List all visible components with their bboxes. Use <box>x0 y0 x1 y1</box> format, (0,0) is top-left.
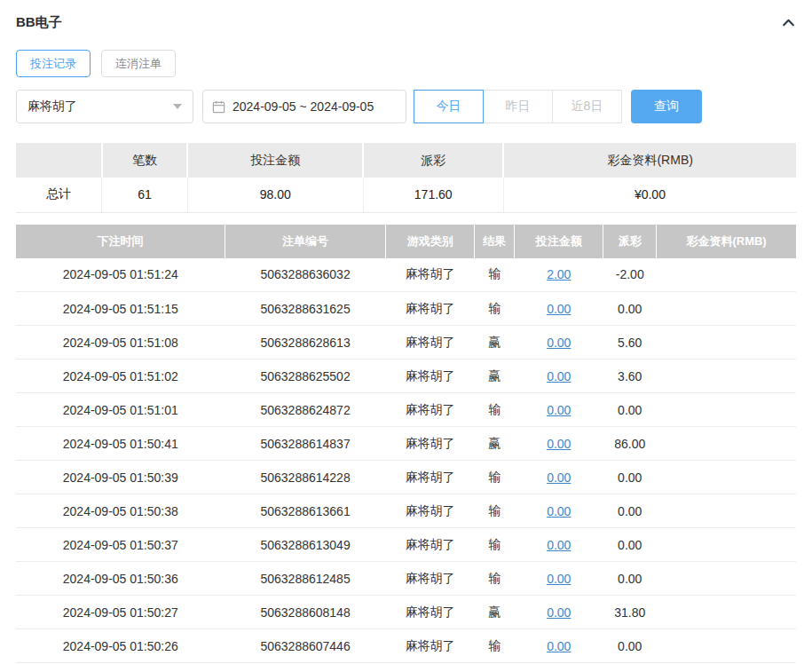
game-type-cell: 麻将胡了 <box>386 528 475 562</box>
game-type-cell: 麻将胡了 <box>386 360 475 393</box>
payout-cell: 5.60 <box>603 326 657 360</box>
bonus-cell <box>657 528 796 562</box>
bet-amount-cell: 0.00 <box>515 326 603 360</box>
result-cell: 赢 <box>475 427 515 461</box>
last-8-days-button[interactable]: 近8日 <box>552 90 622 123</box>
summary-header-row: 笔数 投注金额 派彩 彩金资料(RMB) <box>16 143 796 178</box>
table-row: 2024-09-05 01:50:26 5063288607446 麻将胡了 输… <box>16 629 796 663</box>
table-row: 2024-09-05 01:50:41 5063288614837 麻将胡了 赢… <box>16 427 796 461</box>
bet-time-cell: 2024-09-05 01:51:02 <box>16 360 225 393</box>
search-button[interactable]: 查询 <box>631 90 702 123</box>
game-type-cell: 麻将胡了 <box>386 258 475 292</box>
order-number-cell: 5063288625502 <box>225 360 386 393</box>
filter-bar: 麻将胡了 2024-09-05 ~ 2024-09-05 今日 昨日 近8日 查… <box>16 90 796 123</box>
result-cell: 赢 <box>475 326 515 360</box>
tab-betting-records[interactable]: 投注记录 <box>16 50 91 77</box>
bet-time-cell: 2024-09-05 01:50:37 <box>16 528 225 562</box>
bet-amount-link[interactable]: 0.00 <box>547 437 571 451</box>
order-number-cell: 5063288607446 <box>225 629 386 663</box>
bonus-cell <box>657 292 796 326</box>
summary-total-row: 总计 61 98.00 171.60 ¥0.00 <box>16 178 796 212</box>
bonus-cell <box>657 360 796 393</box>
chevron-down-icon <box>173 104 182 109</box>
bet-amount-link[interactable]: 0.00 <box>547 605 571 620</box>
bet-amount-cell: 0.00 <box>515 393 603 427</box>
records-table: 下注时间 注单编号 游戏类别 结果 投注金额 派彩 彩金资料(RMB) 2024… <box>16 225 796 664</box>
bonus-cell <box>657 461 796 494</box>
date-range-picker[interactable]: 2024-09-05 ~ 2024-09-05 <box>202 90 406 123</box>
game-type-cell: 麻将胡了 <box>386 629 475 663</box>
header-payout: 派彩 <box>603 225 657 258</box>
tab-cancelled-orders[interactable]: 连消注单 <box>101 50 176 77</box>
bet-amount-link[interactable]: 0.00 <box>547 538 571 552</box>
bonus-cell <box>657 562 796 596</box>
order-number-cell: 5063288624872 <box>225 393 386 427</box>
bet-time-cell: 2024-09-05 01:51:08 <box>16 326 225 360</box>
chevron-up-icon[interactable] <box>781 15 796 30</box>
header-bet-time: 下注时间 <box>16 225 225 258</box>
bet-amount-link[interactable]: 0.00 <box>547 639 571 653</box>
result-cell: 输 <box>475 494 515 528</box>
bet-amount-link[interactable]: 0.00 <box>547 403 571 417</box>
bet-amount-link[interactable]: 2.00 <box>547 267 571 281</box>
result-cell: 输 <box>475 562 515 596</box>
bet-time-cell: 2024-09-05 01:50:39 <box>16 461 225 494</box>
table-row: 2024-09-05 01:50:39 5063288614228 麻将胡了 输… <box>16 461 796 494</box>
bet-amount-link[interactable]: 0.00 <box>547 302 571 316</box>
calendar-icon <box>212 100 225 114</box>
bet-time-cell: 2024-09-05 01:51:01 <box>16 393 225 427</box>
table-row: 2024-09-05 01:51:24 5063288636032 麻将胡了 输… <box>16 258 796 292</box>
bet-time-cell: 2024-09-05 01:51:15 <box>16 292 225 326</box>
bet-amount-link[interactable]: 0.00 <box>547 504 571 518</box>
game-type-cell: 麻将胡了 <box>386 427 475 461</box>
panel-header: BB电子 <box>16 12 796 32</box>
bet-time-cell: 2024-09-05 01:50:26 <box>16 629 225 663</box>
order-number-cell: 5063288614228 <box>225 461 386 494</box>
bet-amount-link[interactable]: 0.00 <box>547 470 571 485</box>
payout-cell: 0.00 <box>603 461 657 494</box>
bonus-cell <box>657 596 796 629</box>
bet-amount-cell: 0.00 <box>515 528 603 562</box>
yesterday-button[interactable]: 昨日 <box>483 90 553 123</box>
order-number-cell: 5063288636032 <box>225 258 386 292</box>
order-number-cell: 5063288631625 <box>225 292 386 326</box>
summary-header-bet-amount: 投注金额 <box>187 143 363 178</box>
bet-time-cell: 2024-09-05 01:50:41 <box>16 427 225 461</box>
records-body: 2024-09-05 01:51:24 5063288636032 麻将胡了 输… <box>16 258 796 663</box>
table-row: 2024-09-05 01:51:08 5063288628613 麻将胡了 赢… <box>16 326 796 360</box>
bet-amount-link[interactable]: 0.00 <box>547 572 571 586</box>
game-type-cell: 麻将胡了 <box>386 461 475 494</box>
game-type-cell: 麻将胡了 <box>386 562 475 596</box>
result-cell: 输 <box>475 629 515 663</box>
header-order-number: 注单编号 <box>225 225 386 258</box>
table-row: 2024-09-05 01:50:37 5063288613049 麻将胡了 输… <box>16 528 796 562</box>
bet-amount-cell: 0.00 <box>515 629 603 663</box>
bonus-cell <box>657 629 796 663</box>
game-select[interactable]: 麻将胡了 <box>16 90 193 123</box>
bet-amount-cell: 0.00 <box>515 461 603 494</box>
bet-amount-link[interactable]: 0.00 <box>547 369 571 383</box>
game-type-cell: 麻将胡了 <box>386 494 475 528</box>
bonus-cell <box>657 494 796 528</box>
table-row: 2024-09-05 01:50:38 5063288613661 麻将胡了 输… <box>16 494 796 528</box>
game-select-value: 麻将胡了 <box>28 99 77 115</box>
bet-time-cell: 2024-09-05 01:50:27 <box>16 596 225 629</box>
bet-amount-cell: 0.00 <box>515 596 603 629</box>
payout-cell: -2.00 <box>603 258 657 292</box>
result-cell: 输 <box>475 393 515 427</box>
today-button[interactable]: 今日 <box>414 90 484 123</box>
bet-time-cell: 2024-09-05 01:51:24 <box>16 258 225 292</box>
result-cell: 赢 <box>475 360 515 393</box>
summary-payout-value: 171.60 <box>363 178 503 212</box>
payout-cell: 0.00 <box>603 629 657 663</box>
payout-cell: 31.80 <box>603 596 657 629</box>
bet-amount-cell: 2.00 <box>515 258 603 292</box>
order-number-cell: 5063288612485 <box>225 562 386 596</box>
order-number-cell: 5063288614837 <box>225 427 386 461</box>
game-type-cell: 麻将胡了 <box>386 326 475 360</box>
bet-amount-link[interactable]: 0.00 <box>547 336 571 350</box>
bet-time-cell: 2024-09-05 01:50:36 <box>16 562 225 596</box>
bet-amount-cell: 0.00 <box>515 360 603 393</box>
bet-amount-cell: 0.00 <box>515 494 603 528</box>
payout-cell: 3.60 <box>603 360 657 393</box>
